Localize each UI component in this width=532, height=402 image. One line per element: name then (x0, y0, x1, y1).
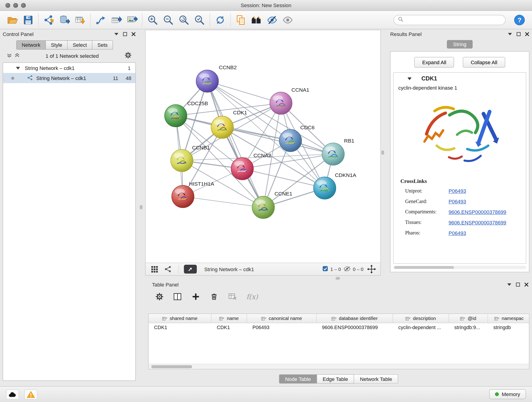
save-session-icon[interactable] (20, 12, 36, 28)
panel-close-icon[interactable] (131, 32, 136, 36)
expand-all-icon[interactable] (15, 53, 20, 58)
memory-button[interactable]: Memory (489, 389, 526, 399)
hidden-eye-icon[interactable] (344, 266, 351, 272)
function-builder-button[interactable]: f(x) (246, 293, 258, 301)
tab-sets[interactable]: Sets (92, 40, 113, 50)
zoom-in-icon[interactable] (145, 12, 160, 28)
open-in-window-button[interactable] (184, 265, 197, 274)
network-node-CCNE1[interactable] (252, 196, 274, 219)
network-edge-CCNA2-CDKN1A[interactable] (242, 169, 325, 188)
hide-unhide-icon[interactable] (264, 12, 280, 28)
import-table-icon[interactable] (72, 12, 88, 28)
tab-style[interactable]: Style (46, 40, 68, 50)
panel-float-icon[interactable] (516, 32, 521, 36)
window-zoom-button[interactable] (21, 3, 26, 8)
tab-select[interactable]: Select (68, 40, 92, 50)
crosslink-pharos-link[interactable]: P06493 (449, 228, 466, 238)
network-node-CCNA2[interactable] (231, 157, 253, 180)
network-overview-icon[interactable] (249, 12, 264, 28)
panel-menu-icon[interactable] (114, 32, 119, 36)
tab-edge-table[interactable]: Edge Table (317, 374, 354, 383)
export-image-icon[interactable] (124, 12, 140, 28)
collapse-all-icon[interactable] (7, 53, 12, 58)
column-header-canonical-name[interactable]: canonical name (247, 314, 317, 323)
apply-layout-icon[interactable] (212, 12, 228, 28)
show-columns-icon[interactable] (173, 292, 182, 301)
open-session-icon[interactable] (5, 12, 20, 28)
crosslink-genecard-link[interactable]: P06493 (449, 196, 466, 207)
tab-node-table[interactable]: Node Table (279, 374, 317, 383)
panel-close-icon[interactable] (525, 32, 529, 36)
crosslink-tissues-link[interactable]: 9606.ENSP00000378699 (449, 217, 506, 228)
network-node-CCNB1[interactable] (171, 149, 193, 172)
network-canvas-svg[interactable]: CCNB2CCNA1CDC25BCDK1CDC6RB1CCNB1CCNA2CDK… (146, 30, 380, 263)
table-settings-gear-icon[interactable] (155, 293, 164, 301)
new-network-icon[interactable] (93, 12, 109, 28)
network-node-CDC6[interactable] (279, 129, 302, 152)
new-network-from-table-icon[interactable] (109, 12, 124, 28)
left-splitter-handle[interactable] (140, 205, 143, 209)
network-node-CDK1[interactable] (211, 116, 234, 138)
network-node-CDKN1A[interactable] (313, 177, 336, 199)
tab-string-results[interactable]: String (447, 40, 472, 49)
search-input[interactable] (406, 17, 501, 23)
collapse-all-button[interactable]: Collapse All (463, 57, 505, 68)
share-network-icon[interactable] (162, 264, 173, 274)
import-network-database-icon[interactable] (57, 12, 72, 28)
zoom-fit-icon[interactable] (176, 12, 192, 28)
expand-all-button[interactable]: Expand All (414, 57, 454, 68)
hidden-counts-group: 0 – 0 (344, 266, 363, 272)
panel-close-icon[interactable] (524, 282, 529, 287)
show-graphics-icon[interactable] (280, 12, 296, 28)
copy-document-icon[interactable] (233, 12, 249, 28)
network-node-CCNA1[interactable] (270, 92, 292, 114)
help-icon[interactable]: ? (512, 12, 527, 28)
network-edge-HIST1H1A-CCNE1[interactable] (183, 196, 263, 207)
window-minimize-button[interactable] (13, 3, 18, 8)
tab-network[interactable]: Network (16, 40, 46, 50)
import-network-file-icon[interactable] (41, 12, 57, 28)
grid-view-icon[interactable] (149, 264, 160, 274)
network-node-HIST1H1A[interactable] (172, 185, 194, 208)
horizontal-splitter-handle[interactable] (336, 277, 340, 280)
table-horizontal-scrollbar[interactable] (149, 364, 529, 369)
selected-checkbox-icon[interactable] (322, 266, 328, 273)
column-header-shared-name[interactable]: shared name (149, 314, 211, 323)
network-collection-row[interactable]: String Network – cdk1 1 (3, 63, 135, 73)
crosslink-uniprot-link[interactable]: P06493 (449, 186, 466, 196)
network-node-CDC25B[interactable] (165, 104, 187, 127)
crosslink-compartments-link[interactable]: 9606.ENSP00000378699 (449, 207, 506, 217)
section-collapse-icon[interactable] (407, 76, 412, 82)
pan-crosshair-icon[interactable] (366, 264, 377, 274)
panel-menu-icon[interactable] (507, 32, 512, 36)
network-node-CCNB2[interactable] (196, 70, 219, 92)
column-header-database-identifier[interactable]: database identifier (317, 314, 393, 323)
scrollbar-thumb[interactable] (151, 365, 192, 368)
results-horizontal-scrollbar[interactable] (393, 266, 526, 269)
delete-column-icon[interactable] (210, 292, 219, 301)
network-row-selected[interactable]: String Network – cdk1 11 48 (3, 73, 135, 83)
tab-network-table[interactable]: Network Table (354, 374, 398, 383)
warning-status-button[interactable] (25, 389, 37, 399)
right-splitter-handle[interactable] (381, 150, 384, 155)
column-header-id[interactable]: @id (449, 314, 488, 323)
panel-float-icon[interactable] (516, 282, 520, 287)
column-header-description[interactable]: description (393, 314, 449, 323)
column-header-name[interactable]: name (211, 314, 247, 323)
gene-section-header[interactable]: CDK1 (394, 73, 526, 85)
network-edge-CCNB2-CCNA1[interactable] (207, 81, 281, 103)
panel-menu-icon[interactable] (507, 283, 512, 286)
zoom-selected-icon[interactable] (192, 12, 207, 28)
table-row[interactable]: CDK1 CDK1 P06493 9606.ENSP00000378699 cy… (149, 323, 529, 332)
network-edge-CCNB2-CCNE1[interactable] (207, 81, 263, 207)
network-node-RB1[interactable] (322, 143, 344, 165)
column-header-namespace[interactable]: namespac (488, 314, 530, 323)
cloud-status-button[interactable] (6, 389, 19, 399)
panel-float-icon[interactable] (123, 32, 127, 36)
scrollbar-thumb[interactable] (394, 266, 454, 269)
window-close-button[interactable] (6, 3, 10, 8)
add-column-icon[interactable] (191, 292, 200, 301)
network-options-gear-icon[interactable] (124, 51, 132, 60)
tree-expand-icon[interactable] (16, 65, 20, 71)
zoom-out-icon[interactable] (160, 12, 176, 28)
